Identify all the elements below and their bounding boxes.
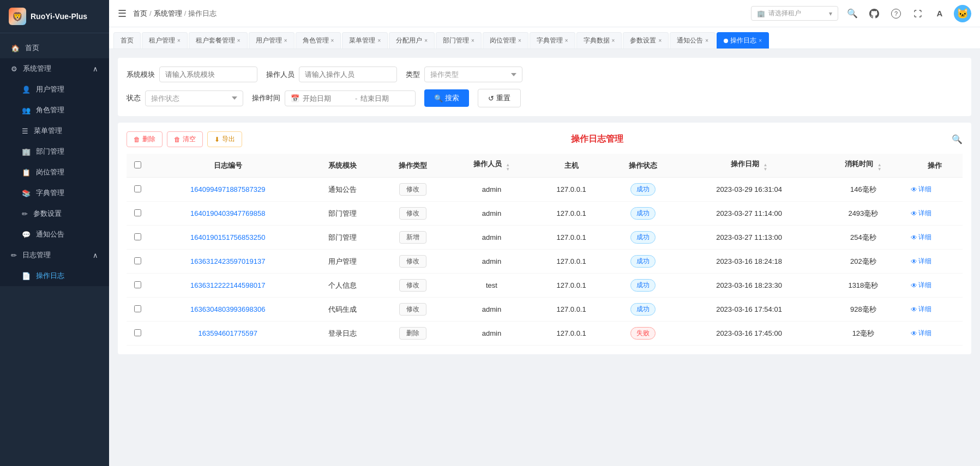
- tab-close-icon[interactable]: ×: [658, 38, 662, 44]
- tab-tenant-pkg[interactable]: 租户套餐管理 ×: [189, 32, 248, 49]
- sort-duration-icon[interactable]: ▲▼: [877, 163, 882, 172]
- row-select-checkbox[interactable]: [134, 209, 141, 216]
- detail-button[interactable]: 👁 详细: [911, 305, 931, 314]
- tab-label: 租户管理: [149, 36, 175, 45]
- tab-close-icon[interactable]: ×: [237, 38, 241, 44]
- detail-button[interactable]: 👁 详细: [911, 257, 931, 266]
- row-select-checkbox[interactable]: [134, 329, 141, 336]
- select-all-checkbox[interactable]: [134, 161, 141, 168]
- github-icon-button[interactable]: [867, 6, 882, 21]
- tab-assign-user[interactable]: 分配用户 ×: [389, 32, 435, 49]
- sidebar-item-param[interactable]: ✏ 参数设置: [0, 203, 109, 224]
- sidebar-section-label: 日志管理: [22, 250, 51, 260]
- row-op-type: 修改: [378, 250, 448, 274]
- eye-icon: 👁: [911, 282, 917, 289]
- tab-close-icon[interactable]: ×: [284, 38, 287, 44]
- avatar[interactable]: 🐱: [954, 5, 971, 22]
- sidebar-section-log[interactable]: ✏ 日志管理 ∧: [0, 245, 109, 265]
- sidebar-item-label: 参数设置: [33, 209, 62, 219]
- row-operator: admin: [448, 178, 535, 202]
- breadcrumb-home[interactable]: 首页: [133, 9, 147, 19]
- reset-button[interactable]: ↺ 重置: [478, 89, 521, 107]
- row-status: 成功: [608, 178, 678, 202]
- tab-user[interactable]: 用户管理 ×: [249, 32, 294, 49]
- table-head: 日志编号 系统模块 操作类型 操作人员 ▲▼ 主机 操作状态 操作日期 ▲▼: [127, 154, 963, 178]
- data-table: 日志编号 系统模块 操作类型 操作人员 ▲▼ 主机 操作状态 操作日期 ▲▼: [127, 154, 963, 346]
- operator-input[interactable]: [299, 66, 397, 82]
- end-date-input[interactable]: [360, 94, 410, 102]
- tab-role[interactable]: 角色管理 ×: [296, 32, 341, 49]
- date-range-picker[interactable]: 📅 -: [285, 90, 416, 106]
- row-actions: 👁 详细: [906, 274, 963, 298]
- sidebar-item-dept[interactable]: 🏢 部门管理: [0, 141, 109, 162]
- tab-post[interactable]: 岗位管理 ×: [483, 32, 528, 49]
- row-host: 127.0.0.1: [535, 202, 608, 226]
- filter-label-optime: 操作时间: [252, 93, 280, 103]
- tab-close-icon[interactable]: ×: [565, 38, 568, 44]
- row-select-checkbox[interactable]: [134, 257, 141, 264]
- help-icon-button[interactable]: ?: [888, 6, 904, 21]
- status-select[interactable]: 操作状态 成功 失败: [145, 90, 243, 106]
- detail-button[interactable]: 👁 详细: [911, 281, 931, 290]
- tenant-placeholder: 请选择租户: [768, 9, 826, 18]
- row-select-checkbox[interactable]: [134, 185, 141, 192]
- export-button[interactable]: ⬇ 导出: [207, 131, 242, 147]
- tab-tenant[interactable]: 租户管理 ×: [142, 32, 188, 49]
- sidebar-toggle-button[interactable]: ☰: [118, 8, 127, 20]
- clear-button[interactable]: 🗑 清空: [167, 131, 203, 147]
- tenant-select[interactable]: 🏢 请选择租户 ▾: [751, 6, 838, 21]
- tab-close-icon[interactable]: ×: [377, 38, 381, 44]
- tab-oplog[interactable]: 操作日志 ×: [717, 32, 769, 49]
- tab-close-icon[interactable]: ×: [331, 38, 334, 44]
- th-date: 操作日期 ▲▼: [678, 154, 820, 178]
- tab-close-icon[interactable]: ×: [612, 38, 615, 44]
- table-search-icon[interactable]: 🔍: [952, 134, 963, 144]
- system-module-input[interactable]: [159, 66, 257, 82]
- tab-home[interactable]: 首页: [113, 32, 141, 49]
- sort-operator-icon[interactable]: ▲▼: [506, 163, 510, 172]
- sidebar-item-oplog[interactable]: 📄 操作日志: [0, 265, 109, 286]
- table-row: 1636312222144598017 个人信息 修改 test 127.0.0…: [127, 274, 963, 298]
- tab-close-icon[interactable]: ×: [471, 38, 474, 44]
- tab-param[interactable]: 参数设置 ×: [623, 32, 669, 49]
- tab-dict-data[interactable]: 字典数据 ×: [576, 32, 622, 49]
- tab-close-icon[interactable]: ×: [759, 38, 762, 44]
- sidebar-item-role[interactable]: 👥 角色管理: [0, 100, 109, 120]
- row-select-checkbox[interactable]: [134, 305, 141, 312]
- sort-date-icon[interactable]: ▲▼: [763, 163, 767, 172]
- sidebar-item-dict[interactable]: 📚 字典管理: [0, 183, 109, 203]
- row-duration: 146毫秒: [820, 178, 906, 202]
- sidebar-item-home[interactable]: 🏠 首页: [0, 38, 109, 58]
- tab-menu[interactable]: 菜单管理 ×: [342, 32, 388, 49]
- tab-close-icon[interactable]: ×: [705, 38, 708, 44]
- type-select[interactable]: 操作类型 新增 修改 删除: [424, 66, 522, 82]
- row-select-checkbox[interactable]: [134, 233, 141, 240]
- detail-button[interactable]: 👁 详细: [911, 233, 931, 242]
- detail-button[interactable]: 👁 详细: [911, 185, 931, 194]
- topbar-right: 🏢 请选择租户 ▾ 🔍 ? A 🐱: [751, 5, 971, 22]
- sidebar-item-menu[interactable]: ☰ 菜单管理: [0, 120, 109, 141]
- search-button[interactable]: 🔍 搜索: [424, 89, 469, 107]
- sidebar-section-system[interactable]: ⚙ 系统管理 ∧: [0, 58, 109, 79]
- search-icon-button[interactable]: 🔍: [845, 6, 860, 21]
- tab-notice[interactable]: 通知公告 ×: [670, 32, 716, 49]
- tab-close-icon[interactable]: ×: [424, 38, 428, 44]
- sidebar-item-user[interactable]: 👤 用户管理: [0, 79, 109, 100]
- filter-item-module: 系统模块: [127, 66, 257, 82]
- fullscreen-icon-button[interactable]: [910, 6, 925, 21]
- sidebar-item-notice[interactable]: 💬 通知公告: [0, 224, 109, 245]
- tab-close-icon[interactable]: ×: [518, 38, 521, 44]
- detail-button[interactable]: 👁 详细: [911, 329, 931, 338]
- sidebar-item-post[interactable]: 📋 岗位管理: [0, 162, 109, 183]
- delete-button[interactable]: 🗑 删除: [127, 131, 163, 147]
- start-date-input[interactable]: [303, 94, 352, 102]
- row-select-checkbox[interactable]: [134, 281, 141, 288]
- breadcrumb-system[interactable]: 系统管理: [154, 9, 182, 19]
- font-size-icon-button[interactable]: A: [932, 6, 947, 21]
- tab-close-icon[interactable]: ×: [177, 38, 181, 44]
- export-label: 导出: [222, 135, 235, 144]
- row-op-type: 修改: [378, 178, 448, 202]
- tab-dict[interactable]: 字典管理 ×: [530, 32, 575, 49]
- tab-dept[interactable]: 部门管理 ×: [436, 32, 482, 49]
- detail-button[interactable]: 👁 详细: [911, 209, 931, 218]
